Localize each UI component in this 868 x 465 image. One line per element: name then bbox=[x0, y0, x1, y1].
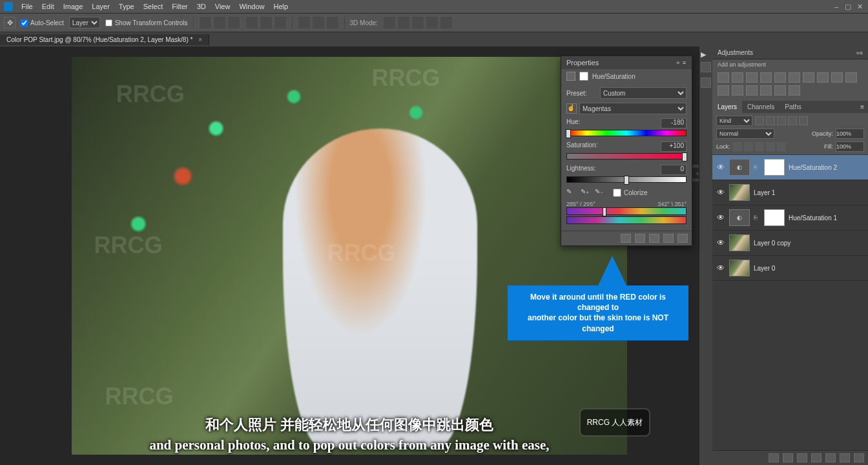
tab-paths[interactable]: Paths bbox=[780, 101, 807, 113]
3d-roll-icon[interactable] bbox=[397, 16, 410, 29]
distribute-1-icon[interactable] bbox=[298, 16, 311, 29]
filter-smart-icon[interactable] bbox=[799, 116, 808, 125]
layer-row[interactable]: 👁 ◐ ⎘ Hue/Saturation 1 bbox=[712, 205, 868, 231]
layer-row[interactable]: 👁 Layer 1 bbox=[712, 180, 868, 205]
layer-thumbnail[interactable] bbox=[729, 234, 750, 251]
adj-brightness-icon[interactable] bbox=[718, 72, 729, 83]
menu-type[interactable]: Type bbox=[114, 3, 139, 10]
distribute-3-icon[interactable] bbox=[326, 16, 339, 29]
view-previous-icon[interactable] bbox=[635, 234, 645, 243]
lock-position-icon[interactable] bbox=[755, 142, 764, 151]
color-range-bars[interactable] bbox=[566, 207, 687, 224]
adj-huesat-icon[interactable] bbox=[789, 72, 800, 83]
lock-artboard-icon[interactable] bbox=[766, 142, 775, 151]
panel-menu-icon[interactable]: ≡ bbox=[856, 101, 868, 113]
layer-thumbnail[interactable] bbox=[729, 184, 750, 201]
new-layer-icon[interactable] bbox=[840, 453, 850, 462]
saturation-value[interactable]: +100 bbox=[661, 141, 687, 152]
lock-all-icon[interactable] bbox=[777, 142, 786, 151]
visibility-toggle-icon[interactable]: 👁 bbox=[716, 213, 725, 222]
lock-transparency-icon[interactable] bbox=[733, 142, 742, 151]
new-group-icon[interactable] bbox=[825, 453, 836, 462]
adj-levels-icon[interactable] bbox=[732, 72, 743, 83]
layer-row[interactable]: 👁 ◐ ⎘ Hue/Saturation 2 bbox=[712, 155, 868, 180]
menu-view[interactable]: View bbox=[211, 3, 235, 10]
3d-orbit-icon[interactable] bbox=[383, 16, 396, 29]
layer-name[interactable]: Hue/Saturation 2 bbox=[789, 164, 837, 171]
visibility-toggle-icon[interactable]: 👁 bbox=[716, 163, 725, 172]
lightness-slider[interactable] bbox=[566, 176, 687, 183]
colorize-input[interactable] bbox=[613, 189, 621, 197]
color-panel-icon[interactable] bbox=[701, 78, 711, 88]
adj-photofilter-icon[interactable] bbox=[831, 72, 843, 83]
adj-colorlookup-icon[interactable] bbox=[718, 85, 729, 96]
3d-zoom-icon[interactable] bbox=[440, 16, 453, 29]
document-tab[interactable]: Color POP Start.jpg @ 80/7% (Hue/Saturat… bbox=[0, 34, 209, 45]
visibility-toggle-icon[interactable]: 👁 bbox=[716, 264, 725, 273]
adjustment-thumbnail[interactable]: ◐ bbox=[729, 209, 750, 226]
eyedropper-icon[interactable]: ✎ bbox=[566, 188, 575, 197]
colorize-checkbox[interactable]: Colorize bbox=[613, 189, 648, 197]
layer-filter-kind[interactable]: Kind bbox=[716, 116, 752, 126]
menu-3d[interactable]: 3D bbox=[192, 3, 211, 10]
layer-row[interactable]: 👁 Layer 0 bbox=[712, 256, 868, 281]
mask-icon[interactable] bbox=[579, 72, 588, 81]
layer-name[interactable]: Layer 0 copy bbox=[754, 240, 790, 247]
adj-bw-icon[interactable] bbox=[817, 72, 829, 83]
adj-selectivecolor-icon[interactable] bbox=[789, 85, 800, 96]
delete-layer-icon[interactable] bbox=[854, 453, 864, 462]
window-restore-icon[interactable]: ▢ bbox=[843, 3, 852, 10]
adjustment-thumbnail[interactable]: ◐ bbox=[729, 159, 750, 176]
align-right-icon[interactable] bbox=[274, 16, 287, 29]
adj-curves-icon[interactable] bbox=[746, 72, 758, 83]
adj-gradmap-icon[interactable] bbox=[774, 85, 786, 96]
show-transform-input[interactable] bbox=[105, 19, 112, 26]
range-handle[interactable] bbox=[603, 207, 606, 216]
menu-filter[interactable]: Filter bbox=[167, 3, 192, 10]
auto-select-checkbox[interactable]: Auto-Select bbox=[21, 19, 64, 26]
filter-type-icon[interactable] bbox=[777, 116, 786, 125]
filter-adjust-icon[interactable] bbox=[766, 116, 775, 125]
hue-value[interactable]: -180 bbox=[661, 118, 687, 129]
adj-colorbalance-icon[interactable] bbox=[803, 72, 814, 83]
3d-pan-icon[interactable] bbox=[411, 16, 424, 29]
lightness-value[interactable]: 0 bbox=[661, 165, 687, 175]
show-transform-checkbox[interactable]: Show Transform Controls bbox=[105, 19, 188, 26]
collapse-dock-icon[interactable]: ▶ bbox=[701, 50, 706, 59]
layer-row[interactable]: 👁 Layer 0 copy bbox=[712, 231, 868, 256]
saturation-slider[interactable] bbox=[566, 153, 687, 160]
channel-select[interactable]: Magentas bbox=[579, 103, 687, 114]
add-mask-icon[interactable] bbox=[797, 453, 807, 462]
menu-file[interactable]: File bbox=[17, 3, 37, 10]
history-panel-icon[interactable] bbox=[701, 62, 711, 72]
preset-select[interactable]: Custom bbox=[600, 87, 687, 99]
menu-layer[interactable]: Layer bbox=[87, 3, 114, 10]
adj-vibrance-icon[interactable] bbox=[774, 72, 786, 83]
tab-layers[interactable]: Layers bbox=[712, 101, 742, 113]
menu-window[interactable]: Window bbox=[234, 3, 269, 10]
mask-thumbnail[interactable] bbox=[764, 159, 785, 176]
align-vcenter-icon[interactable] bbox=[213, 16, 226, 29]
toggle-visibility-icon[interactable] bbox=[663, 234, 674, 243]
visibility-toggle-icon[interactable]: 👁 bbox=[716, 238, 725, 247]
adj-invert-icon[interactable] bbox=[732, 85, 743, 96]
align-left-icon[interactable] bbox=[245, 16, 258, 29]
panel-collapse-icon[interactable]: » ≡ bbox=[676, 59, 687, 66]
align-hcenter-icon[interactable] bbox=[260, 16, 273, 29]
hue-slider[interactable] bbox=[566, 130, 687, 136]
distribute-2-icon[interactable] bbox=[312, 16, 325, 29]
auto-select-input[interactable] bbox=[21, 19, 28, 26]
layer-name[interactable]: Hue/Saturation 1 bbox=[789, 214, 837, 222]
lock-pixels-icon[interactable] bbox=[744, 142, 753, 151]
filter-shape-icon[interactable] bbox=[788, 116, 797, 125]
adj-threshold-icon[interactable] bbox=[760, 85, 772, 96]
opacity-input[interactable] bbox=[836, 129, 864, 139]
align-bottom-icon[interactable] bbox=[227, 16, 240, 29]
mask-thumbnail[interactable] bbox=[764, 209, 785, 226]
blend-mode-select[interactable]: Normal bbox=[716, 129, 774, 139]
clip-to-layer-icon[interactable] bbox=[621, 234, 631, 243]
close-tab-icon[interactable]: × bbox=[198, 36, 202, 43]
window-close-icon[interactable]: ✕ bbox=[855, 3, 864, 10]
auto-select-target[interactable]: Layer bbox=[69, 17, 100, 28]
menu-edit[interactable]: Edit bbox=[37, 3, 59, 10]
